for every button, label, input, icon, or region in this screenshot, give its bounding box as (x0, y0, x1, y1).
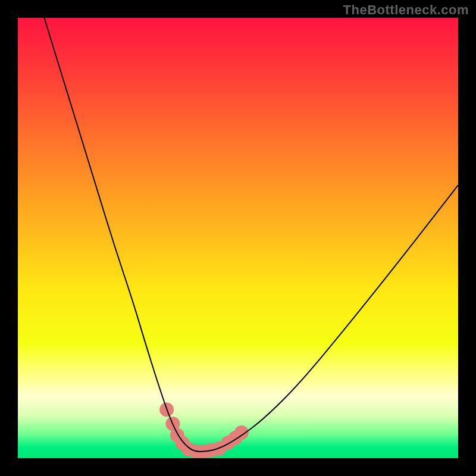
gradient-background (18, 18, 458, 458)
watermark-text: TheBottleneck.com (343, 2, 469, 18)
bottleneck-chart (0, 0, 476, 476)
chart-frame: TheBottleneck.com (0, 0, 476, 476)
